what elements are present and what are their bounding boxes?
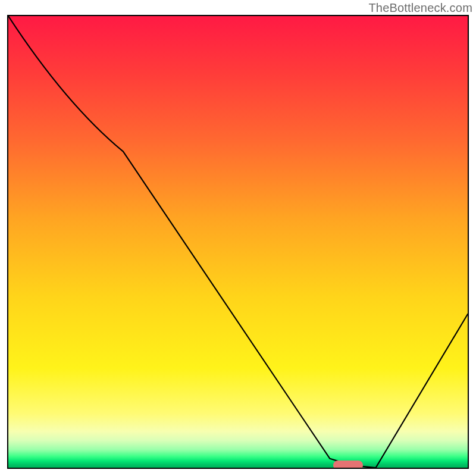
bottleneck-curve xyxy=(8,16,468,468)
optimal-marker xyxy=(333,461,363,469)
watermark-text: TheBottleneck.com xyxy=(368,1,472,15)
chart-frame xyxy=(7,15,469,469)
